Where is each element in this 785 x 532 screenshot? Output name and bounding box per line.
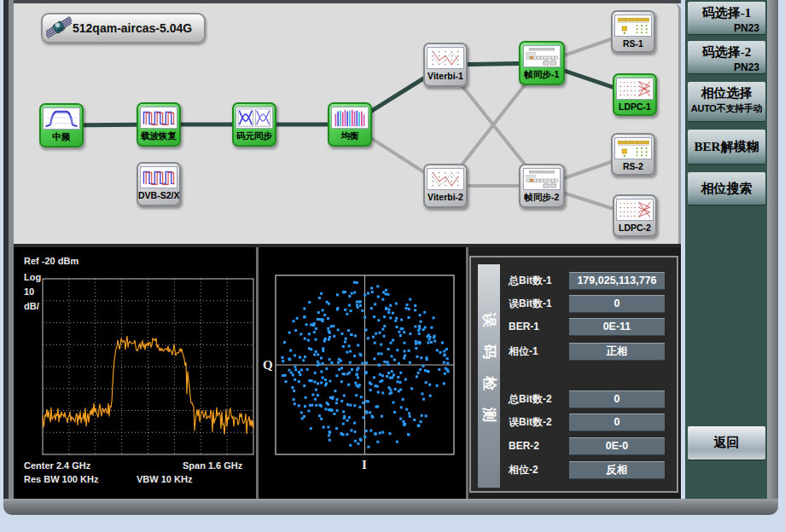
ber-panel: 误码检测 总Bit数-1179,025,113,776误Bit数-10BER-1…: [469, 256, 678, 493]
block-vit1[interactable]: Viterbi-1: [423, 43, 468, 87]
phase-select-button[interactable]: 相位选择AUTO不支持手动: [688, 82, 765, 121]
block-label: 帧同步-2: [520, 192, 563, 204]
window-frame-bottom: [3, 499, 778, 515]
ber-value-6: 0E-0: [569, 437, 665, 455]
ber-panel-tab: 误码检测: [478, 264, 500, 488]
rbw-label: Res BW 100 KHz: [24, 474, 98, 484]
log-label: Log: [24, 272, 41, 282]
ber-label-0: 总Bit数-1: [509, 272, 570, 290]
code-select-2-button[interactable]: 码选择-2PN23: [688, 41, 765, 73]
ber-value-0: 179,025,113,776: [569, 272, 665, 290]
ber-value-5: 0: [569, 413, 665, 431]
measurement-panels: Ref -20 dBm Log 10 dB/ Center 2.4 GHz Sp…: [14, 247, 681, 499]
ber-value-7: 反相: [569, 461, 665, 479]
button-label: 码选择-1: [688, 2, 765, 21]
block-symbol[interactable]: 码元同步: [232, 102, 276, 147]
signal-chain-canvas: 512qam-aircas-5.04G 中频载波恢复码元同步均衡DVB-S2/X…: [14, 3, 681, 244]
back-button[interactable]: 返回: [688, 426, 765, 460]
button-label: 码选择-2: [688, 41, 765, 61]
ber-area: 误码检测 总Bit数-1179,025,113,776误Bit数-10BER-1…: [468, 247, 681, 499]
window-frame-right: [767, 0, 778, 511]
ldpc-icon: [616, 78, 654, 100]
block-if[interactable]: 中频: [39, 103, 84, 147]
ber-value-2: 0E-11: [569, 318, 665, 336]
ber-label-5: 误Bit数-2: [509, 413, 570, 431]
vbw-label: VBW 10 KHz: [137, 474, 192, 484]
ldpc-icon: [616, 199, 654, 221]
block-carrier[interactable]: 载波恢复: [137, 102, 181, 147]
scale-label: 10: [24, 286, 34, 297]
code-select-1-button[interactable]: 码选择-1PN23: [688, 2, 765, 34]
ref-level-label: Ref -20 dBm: [24, 256, 78, 266]
block-fs1[interactable]: 帧同步-1: [519, 41, 565, 85]
q-axis-label: Q: [263, 358, 273, 373]
signal-source-button[interactable]: 512qam-aircas-5.04G: [41, 13, 206, 43]
framesync-icon: [523, 168, 561, 190]
block-label: 均衡: [329, 130, 370, 142]
block-label: RS-2: [613, 161, 654, 171]
block-rs2[interactable]: RS-2: [611, 133, 655, 176]
ber-label-7: 相位-2: [509, 461, 570, 479]
rs-icon: [614, 137, 652, 159]
window-frame-left: [3, 0, 14, 499]
ber-value-3: 正相: [569, 343, 665, 361]
sidebar: 码选择-1PN23码选择-2PN23相位选择AUTO不支持手动BER解模糊相位搜…: [685, 0, 768, 499]
block-fs2[interactable]: 帧同步-2: [519, 164, 565, 208]
button-value: PN23: [688, 22, 765, 34]
spectrum-panel: Ref -20 dBm Log 10 dB/ Center 2.4 GHz Sp…: [15, 247, 256, 499]
i-axis-label: I: [362, 458, 367, 472]
framesync-icon: [523, 45, 561, 67]
block-vit2[interactable]: Viterbi-2: [423, 164, 468, 208]
button-value: PN23: [688, 61, 765, 73]
button-value: AUTO不支持手动: [688, 102, 765, 115]
spectrum-icon: [43, 107, 80, 130]
block-label: 中频: [41, 131, 82, 143]
squarewave-icon: [140, 107, 177, 129]
back-button-label: 返回: [688, 426, 765, 460]
main-area: 512qam-aircas-5.04G 中频载波恢复码元同步均衡DVB-S2/X…: [14, 3, 681, 499]
block-rs1[interactable]: RS-1: [611, 10, 655, 53]
span-label: Span 1.6 GHz: [183, 460, 242, 471]
squarewave-icon: [140, 166, 177, 188]
block-label: 码元同步: [234, 130, 275, 142]
bars-icon: [331, 107, 369, 129]
ber-label-4: 总Bit数-2: [509, 390, 570, 408]
phase-search-button[interactable]: 相位搜索: [688, 172, 765, 205]
block-label: RS-1: [613, 38, 654, 49]
application-window: 512qam-aircas-5.04G 中频载波恢复码元同步均衡DVB-S2/X…: [0, 0, 785, 532]
block-label: LDPC-1: [614, 101, 655, 112]
button-label: BER解模糊: [688, 130, 765, 164]
center-freq-label: Center 2.4 GHz: [24, 460, 90, 471]
eye-icon: [236, 107, 273, 129]
block-label: LDPC-2: [614, 223, 655, 233]
ber-label-3: 相位-1: [509, 343, 570, 361]
signal-source-label: 512qam-aircas-5.04G: [73, 21, 192, 35]
satellite-icon: [46, 15, 72, 42]
block-dvb[interactable]: DVB-S2/X: [137, 162, 181, 206]
block-label: 帧同步-1: [520, 69, 563, 81]
ber-label-6: BER-2: [509, 437, 570, 455]
ber-deambiguity-button[interactable]: BER解模糊: [688, 130, 765, 164]
block-label: Viterbi-1: [425, 71, 466, 81]
ber-label-2: BER-1: [509, 318, 570, 336]
button-label: 相位搜索: [688, 172, 765, 205]
ber-value-4: 0: [569, 390, 665, 408]
block-label: DVB-S2/X: [138, 190, 179, 200]
block-ldpc2[interactable]: LDPC-2: [613, 194, 657, 237]
block-eq[interactable]: 均衡: [328, 102, 372, 147]
block-label: 载波恢复: [138, 130, 179, 142]
block-label: Viterbi-2: [425, 192, 466, 202]
ber-value-1: 0: [569, 295, 665, 313]
constellation-panel: Q I: [259, 247, 466, 499]
button-label: 相位选择: [688, 82, 765, 101]
ber-tab-label: 误码检测: [480, 313, 499, 439]
trellis-icon: [427, 168, 464, 190]
block-ldpc1[interactable]: LDPC-1: [613, 73, 657, 116]
scale-unit-label: dB/: [24, 301, 39, 311]
rs-icon: [614, 14, 652, 37]
ber-label-1: 误Bit数-1: [509, 295, 570, 313]
trellis-icon: [427, 47, 464, 69]
